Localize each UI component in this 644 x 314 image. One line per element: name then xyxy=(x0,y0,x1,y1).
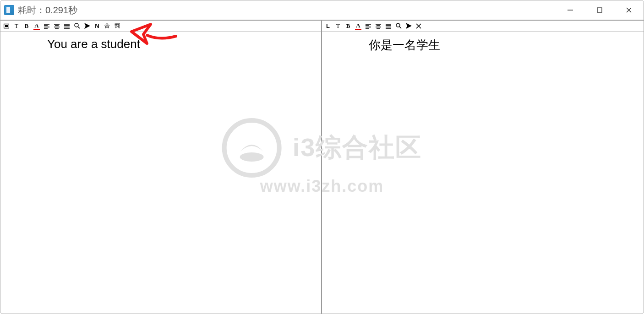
x-icon xyxy=(416,23,421,29)
close-button[interactable] xyxy=(614,0,644,20)
window-title: 耗时：0.291秒 xyxy=(18,4,77,16)
source-text: You are a student xyxy=(47,37,310,51)
svg-rect-1 xyxy=(597,8,602,12)
text-button[interactable]: T xyxy=(335,22,341,30)
bold-button[interactable]: B xyxy=(23,22,30,30)
align-justify-button[interactable] xyxy=(64,22,70,30)
close-icon xyxy=(626,7,632,13)
title-bar: 耗时：0.291秒 xyxy=(0,0,644,21)
translate-button[interactable]: 翻 xyxy=(114,22,120,30)
square-icon xyxy=(4,23,9,29)
target-text: 你是一名学生 xyxy=(369,37,633,53)
align-center-button[interactable] xyxy=(375,22,382,30)
align-left-icon xyxy=(366,23,371,29)
maximize-button[interactable] xyxy=(585,0,614,20)
align-justify-icon xyxy=(64,23,70,29)
align-center-icon xyxy=(376,23,381,29)
align-center-button[interactable] xyxy=(54,22,60,30)
svg-rect-5 xyxy=(5,25,8,27)
svg-line-19 xyxy=(78,27,80,28)
send-button[interactable] xyxy=(84,22,90,30)
maximize-icon xyxy=(596,7,603,13)
svg-line-33 xyxy=(399,27,401,28)
align-left-button[interactable] xyxy=(365,22,371,30)
svg-point-32 xyxy=(396,23,400,27)
send-button[interactable] xyxy=(405,22,412,30)
svg-point-18 xyxy=(75,23,78,27)
underline-button[interactable]: A xyxy=(355,22,361,30)
source-content-area[interactable]: You are a student xyxy=(0,32,321,314)
target-pane: L T B A 你是一名学生 xyxy=(322,21,644,314)
search-icon xyxy=(74,23,80,29)
target-content-area[interactable]: 你是一名学生 xyxy=(322,32,644,314)
bold-button[interactable]: B xyxy=(345,22,351,30)
layout-button[interactable]: L xyxy=(325,22,331,30)
source-pane: T B A N 合 翻 You are a student xyxy=(0,21,322,314)
align-left-icon xyxy=(44,23,49,29)
align-justify-icon xyxy=(386,23,391,29)
window-controls xyxy=(556,0,644,20)
paper-plane-icon xyxy=(84,23,90,29)
align-center-icon xyxy=(54,23,60,29)
underline-button[interactable]: A xyxy=(33,22,40,30)
panes-container: T B A N 合 翻 You are a student L T B xyxy=(0,21,644,314)
minimize-icon xyxy=(567,7,573,13)
target-toolbar: L T B A xyxy=(322,21,644,32)
layout-button[interactable] xyxy=(3,22,10,30)
search-icon xyxy=(396,23,402,29)
minimize-button[interactable] xyxy=(556,0,585,20)
paper-plane-icon xyxy=(406,23,412,29)
app-window: 耗时：0.291秒 T B A xyxy=(0,0,644,314)
search-button[interactable] xyxy=(395,22,402,30)
text-button[interactable]: T xyxy=(13,22,20,30)
merge-button[interactable]: 合 xyxy=(104,22,110,30)
source-toolbar: T B A N 合 翻 xyxy=(0,21,321,32)
clear-button[interactable] xyxy=(415,22,422,30)
align-left-button[interactable] xyxy=(44,22,50,30)
app-icon xyxy=(4,5,14,15)
align-justify-button[interactable] xyxy=(385,22,392,30)
search-button[interactable] xyxy=(74,22,80,30)
n-button[interactable]: N xyxy=(94,22,100,30)
